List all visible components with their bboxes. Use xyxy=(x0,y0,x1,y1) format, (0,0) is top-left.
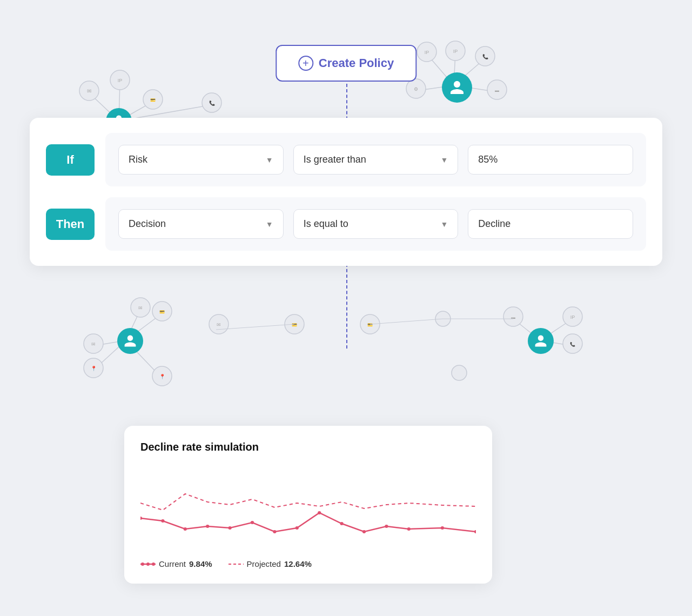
svg-point-68 xyxy=(273,530,276,533)
svg-text:✉: ✉ xyxy=(87,88,91,94)
svg-point-62 xyxy=(140,517,142,520)
svg-text:📍: 📍 xyxy=(159,373,166,380)
svg-text:IP: IP xyxy=(570,314,575,320)
svg-text:IP: IP xyxy=(118,78,123,83)
plus-icon: + xyxy=(298,56,313,71)
svg-text:📞: 📞 xyxy=(209,100,216,106)
svg-point-72 xyxy=(362,530,366,533)
svg-text:💳: 💳 xyxy=(150,97,156,103)
svg-point-64 xyxy=(184,527,187,531)
if-field-select[interactable]: Risk ▼ xyxy=(118,145,284,175)
svg-text:💳: 💳 xyxy=(159,309,165,314)
if-field-chevron: ▼ xyxy=(266,156,273,164)
if-rule-content: Risk ▼ Is greater than ▼ 85% xyxy=(105,133,646,186)
then-label: Then xyxy=(46,209,95,240)
svg-text:IP: IP xyxy=(453,49,458,54)
svg-point-80 xyxy=(152,563,155,566)
svg-text:⚙: ⚙ xyxy=(414,86,418,92)
svg-point-58 xyxy=(452,365,467,380)
svg-point-79 xyxy=(146,563,150,566)
svg-point-63 xyxy=(161,519,164,523)
svg-text:💳: 💳 xyxy=(367,322,373,327)
svg-text:📞: 📞 xyxy=(482,53,489,60)
then-field-select[interactable]: Decision ▼ xyxy=(118,209,284,239)
current-legend: Current 9.84% xyxy=(140,559,212,568)
svg-point-69 xyxy=(295,526,299,530)
if-label: If xyxy=(46,144,95,176)
svg-point-67 xyxy=(251,521,254,524)
create-policy-label: Create Policy xyxy=(319,56,394,70)
svg-point-74 xyxy=(407,527,411,531)
svg-text:✉: ✉ xyxy=(217,322,221,327)
if-operator-select[interactable]: Is greater than ▼ xyxy=(293,145,459,175)
then-operator-select[interactable]: Is equal to ▼ xyxy=(293,209,459,239)
chart-area xyxy=(140,464,476,551)
svg-text:💳: 💳 xyxy=(292,322,297,327)
svg-text:✉: ✉ xyxy=(138,305,143,311)
svg-text:IP: IP xyxy=(425,50,429,55)
svg-point-73 xyxy=(385,525,388,528)
svg-point-65 xyxy=(206,525,209,528)
network-node-topright xyxy=(442,72,472,103)
then-rule-row: Then Decision ▼ Is equal to ▼ Decline xyxy=(46,197,646,251)
svg-point-66 xyxy=(228,526,231,530)
svg-text:▬: ▬ xyxy=(511,315,515,320)
svg-point-70 xyxy=(318,511,321,514)
create-policy-button[interactable]: + Create Policy xyxy=(276,45,416,82)
projected-legend: Projected 12.64% xyxy=(229,559,312,568)
svg-point-78 xyxy=(141,563,144,566)
simulation-title: Decline rate simulation xyxy=(140,441,476,453)
current-label: Current xyxy=(159,559,186,568)
network-node-bottomright xyxy=(528,328,554,354)
projected-label: Projected xyxy=(247,559,281,568)
svg-text:📞: 📞 xyxy=(570,342,575,347)
svg-point-76 xyxy=(474,530,476,533)
chart-legend: Current 9.84% Projected 12.64% xyxy=(140,559,476,568)
svg-text:✉: ✉ xyxy=(91,342,96,347)
if-threshold-value[interactable]: 85% xyxy=(468,145,633,175)
then-operator-chevron: ▼ xyxy=(440,220,448,229)
svg-point-75 xyxy=(441,526,444,530)
then-field-chevron: ▼ xyxy=(266,220,273,229)
then-rule-content: Decision ▼ Is equal to ▼ Decline xyxy=(105,197,646,251)
projected-value: 12.64% xyxy=(284,559,312,568)
svg-point-71 xyxy=(340,522,343,525)
if-operator-chevron: ▼ xyxy=(440,156,448,164)
svg-text:▬: ▬ xyxy=(495,88,499,93)
svg-text:📍: 📍 xyxy=(91,365,97,372)
then-value[interactable]: Decline xyxy=(468,209,633,239)
simulation-card: Decline rate simulation xyxy=(124,426,492,584)
current-value: 9.84% xyxy=(189,559,212,568)
svg-line-60 xyxy=(370,319,443,324)
policy-card: If Risk ▼ Is greater than ▼ 85% Then Dec… xyxy=(30,118,662,266)
if-rule-row: If Risk ▼ Is greater than ▼ 85% xyxy=(46,133,646,186)
network-node-bottomleft xyxy=(117,328,143,354)
